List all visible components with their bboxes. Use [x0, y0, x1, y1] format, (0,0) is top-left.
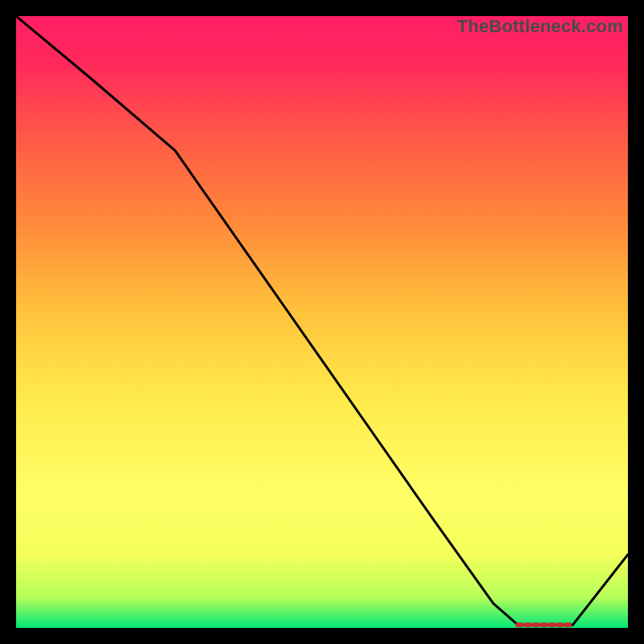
chart-svg-overlay	[16, 16, 628, 628]
chart-line	[16, 16, 628, 625]
watermark-text: TheBottleneck.com	[457, 16, 623, 37]
chart-frame: TheBottleneck.com	[16, 16, 628, 628]
